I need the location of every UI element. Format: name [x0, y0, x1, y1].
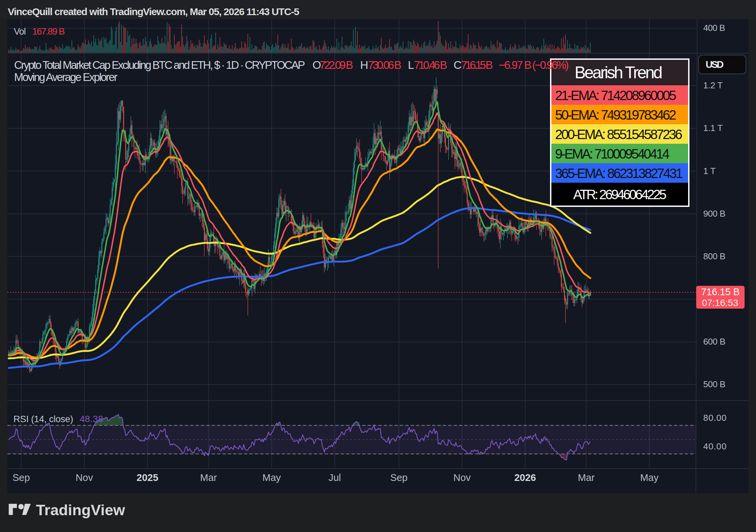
svg-text:710.46 B: 710.46 B [414, 59, 447, 71]
svg-text:1.1 T: 1.1 T [703, 123, 723, 133]
svg-text:730.06 B: 730.06 B [368, 59, 402, 71]
svg-text:May: May [640, 472, 659, 483]
svg-text:C: C [454, 59, 462, 71]
svg-text:(−0.96%): (−0.96%) [532, 59, 569, 71]
svg-text:ATR: 26946064225: ATR: 26946064225 [573, 187, 667, 202]
svg-text:80.00: 80.00 [703, 413, 726, 423]
svg-text:Vol: Vol [14, 26, 26, 37]
svg-text:2026: 2026 [514, 472, 536, 483]
svg-text:50-EMA: 749319783462: 50-EMA: 749319783462 [555, 107, 676, 122]
svg-text:1.2 T: 1.2 T [703, 80, 723, 90]
svg-text:722.09 B: 722.09 B [320, 59, 353, 71]
svg-text:500 B: 500 B [703, 379, 725, 389]
svg-text:716.15 B: 716.15 B [701, 286, 740, 297]
svg-text:USD: USD [706, 59, 724, 70]
svg-text:Crypto Total Market Cap Exclud: Crypto Total Market Cap Excluding BTC an… [14, 59, 305, 71]
svg-text:9-EMA: 710009540414: 9-EMA: 710009540414 [555, 146, 670, 161]
svg-text:−6.97 B: −6.97 B [499, 59, 532, 71]
svg-text:2025: 2025 [137, 472, 159, 483]
svg-text:Jul: Jul [329, 472, 341, 483]
svg-text:May: May [262, 472, 281, 483]
svg-text:07:16:53: 07:16:53 [702, 298, 738, 308]
svg-text:Sep: Sep [390, 472, 408, 483]
svg-text:H: H [360, 59, 368, 71]
svg-text:Nov: Nov [76, 472, 93, 483]
svg-text:Bearish Trend: Bearish Trend [575, 63, 663, 82]
svg-text:Mar: Mar [578, 472, 595, 483]
svg-text:L: L [408, 59, 414, 71]
svg-text:RSI (14, close): RSI (14, close) [13, 414, 73, 424]
svg-text:1 T: 1 T [703, 166, 716, 176]
svg-text:Sep: Sep [12, 472, 30, 483]
svg-text:900 B: 900 B [703, 209, 725, 219]
svg-text:365-EMA: 862313827431: 365-EMA: 862313827431 [555, 166, 683, 181]
svg-text:VinceQuill created with Tradin: VinceQuill created with TradingView.com,… [8, 6, 299, 17]
svg-text:48.38: 48.38 [80, 414, 103, 424]
svg-text:Moving Average Explorer: Moving Average Explorer [14, 71, 118, 83]
svg-text:40.00: 40.00 [703, 441, 726, 451]
svg-text:Nov: Nov [453, 472, 471, 483]
svg-text:TradingView: TradingView [36, 501, 125, 519]
svg-text:600 B: 600 B [703, 337, 725, 347]
svg-text:21-EMA: 714208960005: 21-EMA: 714208960005 [555, 88, 676, 103]
svg-text:Mar: Mar [200, 472, 217, 483]
svg-text:167.89 B: 167.89 B [32, 26, 65, 37]
svg-text:400 B: 400 B [703, 23, 725, 33]
svg-text:716.15 B: 716.15 B [461, 59, 493, 71]
svg-text:200-EMA: 855154587236: 200-EMA: 855154587236 [555, 127, 682, 142]
svg-text:800 B: 800 B [703, 251, 725, 261]
